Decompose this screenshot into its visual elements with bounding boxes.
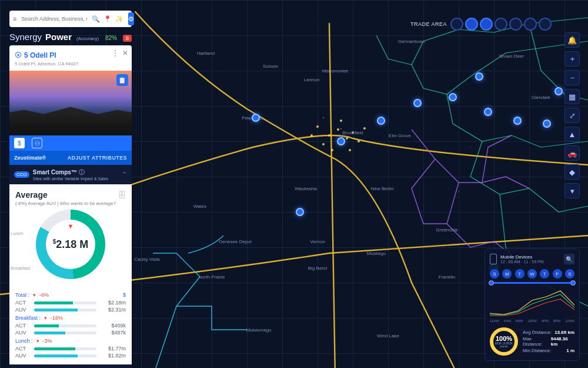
smart-comps-sub: Sites with similar Variable Impact & Sal… xyxy=(33,177,108,181)
cco-pill: CCO xyxy=(14,171,29,178)
search-input[interactable] xyxy=(20,15,88,22)
map-pin[interactable] xyxy=(543,120,551,128)
metric-row: AUV$2.31m xyxy=(15,307,126,313)
average-card: 🗄 Average (-6%) Average AUV | Who wants … xyxy=(9,184,132,286)
donut-breakfast-label: Breakfast xyxy=(11,266,31,271)
layers-grid-button[interactable]: ▦ xyxy=(564,89,580,104)
accuracy-pct: 82% xyxy=(105,35,117,41)
search-icon[interactable]: 🔍 xyxy=(564,254,574,264)
map-pin[interactable] xyxy=(337,137,345,145)
svg-point-9 xyxy=(349,149,351,151)
menu-icon[interactable]: ≡ xyxy=(13,15,16,23)
location-icon[interactable]: 📍 xyxy=(103,15,112,23)
svg-point-10 xyxy=(363,127,366,130)
map-pin[interactable] xyxy=(252,114,260,122)
metric-row: ACT$1.77m xyxy=(15,346,126,352)
money-button[interactable]: $ xyxy=(14,138,25,148)
measure-button[interactable]: ⤢ xyxy=(564,108,580,123)
device-icon xyxy=(490,254,497,264)
adjust-attributes-link[interactable]: ADJUST ATTRIBUTES xyxy=(68,155,127,161)
trade-dot[interactable] xyxy=(509,18,522,31)
metric-row: ACT$409k xyxy=(15,323,126,329)
address-card-actions: ⋮ ✕ xyxy=(112,49,128,57)
variable-impact-footer[interactable]: ZTM™ Variable Impact Specific variable i… xyxy=(9,364,132,368)
map-pin[interactable] xyxy=(413,99,422,107)
mode-bar: $ ⚇ xyxy=(9,135,132,151)
zeustimate-bar: Zeustimate® ADJUST ATTRIBUTES xyxy=(9,151,132,165)
kebab-icon[interactable]: ⋮ xyxy=(112,49,119,57)
svg-point-0 xyxy=(328,134,330,137)
day-selector[interactable]: SMTWTFS xyxy=(490,269,574,279)
completion-ring: 100%883K of 883K points xyxy=(490,327,518,356)
stack-button[interactable]: ◆ xyxy=(564,164,580,180)
analytics-panel: Mobile Devices 12 : 00 AM - 11 : 59 PM 🔍… xyxy=(485,248,580,361)
trade-dot[interactable] xyxy=(465,18,478,31)
time-range: 12 : 00 AM - 11 : 59 PM xyxy=(500,260,544,264)
svg-point-1 xyxy=(337,128,339,131)
down-arrow-icon: ▾ xyxy=(33,292,36,298)
zoom-out-button[interactable]: － xyxy=(564,70,580,85)
currency-toggle[interactable]: $ xyxy=(123,292,126,298)
magic-icon[interactable]: ✨ xyxy=(115,15,123,23)
metrics-card: Total : ▾ -6% $ ACT$2.18mAUV$2.31m Break… xyxy=(9,286,132,364)
svg-point-4 xyxy=(352,131,354,134)
clipboard-icon[interactable]: 📋 xyxy=(116,74,128,86)
filter-chip[interactable]: ⚙ xyxy=(128,12,134,25)
down-arrow-icon: ▾ xyxy=(44,315,47,321)
average-sub: (-6%) Average AUV | Who wants to be aver… xyxy=(15,201,126,206)
trade-dot[interactable] xyxy=(450,18,463,31)
smart-comps-header[interactable]: CCO Smart Comps™ ⓘ Sites with similar Va… xyxy=(9,165,132,184)
day-chip[interactable]: W xyxy=(527,269,537,279)
map-pin[interactable] xyxy=(484,108,492,116)
heat-button[interactable]: ▲ xyxy=(564,127,580,142)
address-line1: 5 Odell Pl xyxy=(24,51,56,59)
drive-button[interactable]: 🚗 xyxy=(564,145,580,161)
title-word-1: Synergy xyxy=(9,32,42,42)
distance-stats: Avg Distance:13.69 kmMax Distance:9448.3… xyxy=(523,329,574,354)
minimize-button[interactable]: ▾ xyxy=(564,183,580,198)
map-pin[interactable] xyxy=(296,208,304,216)
database-icon[interactable]: 🗄 xyxy=(118,190,126,200)
trade-dot[interactable] xyxy=(495,18,507,31)
map-pin[interactable] xyxy=(475,72,483,81)
map-pin[interactable] xyxy=(554,87,563,95)
day-chip[interactable]: F xyxy=(553,269,562,279)
svg-point-11 xyxy=(310,134,313,137)
search-bar[interactable]: ≡ 🔍 📍 ✨ ⚙ xyxy=(9,11,132,27)
day-chip[interactable]: T xyxy=(540,269,549,279)
title-word-2: Power xyxy=(45,32,72,42)
address-line2: 5 Odell Pl, Atherton, CA 94027 xyxy=(15,61,126,67)
trade-area-selector: TRADE AREA xyxy=(410,18,552,31)
svg-point-5 xyxy=(358,140,360,142)
day-chip[interactable]: T xyxy=(515,269,524,279)
day-chip[interactable]: S xyxy=(490,269,499,279)
metric-row: AUV$1.82m xyxy=(15,353,126,359)
marker-icon: ▼ xyxy=(68,223,74,230)
search-icon[interactable]: 🔍 xyxy=(92,15,100,23)
site-photo[interactable]: 📋 xyxy=(9,71,132,135)
svg-point-7 xyxy=(331,149,333,151)
time-slider[interactable] xyxy=(490,282,574,284)
average-title: Average xyxy=(15,190,126,200)
metric-row: ACT$2.18m xyxy=(15,300,126,306)
map-pin[interactable] xyxy=(513,117,522,125)
trade-dot[interactable] xyxy=(539,18,552,31)
trade-area-label: TRADE AREA xyxy=(410,21,447,27)
map-pin[interactable] xyxy=(449,93,457,101)
breakfast-section: Breakfast : ▾ -16% xyxy=(15,315,126,321)
alert-badge[interactable]: 8 xyxy=(123,35,132,42)
day-chip[interactable]: S xyxy=(565,269,574,279)
chevron-up-icon[interactable]: ⌃ xyxy=(122,171,127,178)
trade-dot[interactable] xyxy=(524,18,537,31)
people-button[interactable]: ⚇ xyxy=(32,138,42,148)
lunch-section: Lunch : ▾ -3% xyxy=(15,338,126,344)
address-card: ⋮ ✕ ⦿5 Odell Pl 5 Odell Pl, Atherton, CA… xyxy=(9,45,132,71)
donut-lunch-label: Lunch xyxy=(11,231,24,236)
map-pin[interactable] xyxy=(377,117,385,125)
trade-area-dots[interactable] xyxy=(450,18,552,31)
zoom-in-button[interactable]: ＋ xyxy=(564,51,580,67)
trade-dot[interactable] xyxy=(480,18,493,31)
day-chip[interactable]: M xyxy=(502,269,512,279)
close-icon[interactable]: ✕ xyxy=(122,49,128,57)
notifications-button[interactable]: 🔔 xyxy=(564,32,580,48)
